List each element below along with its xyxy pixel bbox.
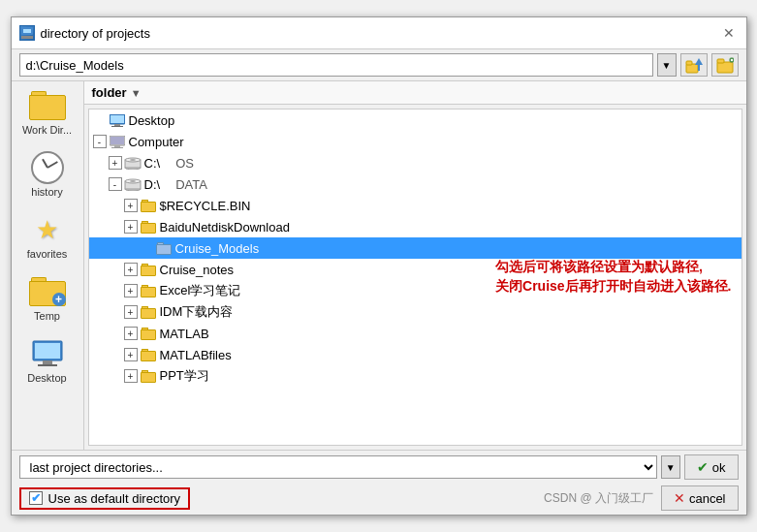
c-drive-icon	[124, 155, 142, 171]
sidebar-item-history-label: history	[31, 186, 62, 198]
tree-item-excel[interactable]: + Excel学习笔记	[89, 280, 741, 301]
path-input[interactable]	[19, 53, 653, 77]
use-as-default-area: ✔ Use as default directory	[19, 487, 191, 510]
temp-icon: +	[28, 275, 67, 308]
d-drive-icon	[124, 176, 142, 192]
cancel-icon: ✕	[674, 490, 685, 506]
tree-expand-baidu[interactable]: +	[124, 220, 138, 234]
cancel-label: cancel	[689, 491, 726, 506]
svg-point-31	[130, 180, 136, 182]
desktop-tree-icon	[109, 112, 126, 128]
bottom-row1: last project directories... ▼ ✔ ok	[19, 454, 739, 480]
tree-expand-matlabfiles[interactable]: +	[124, 348, 138, 361]
tree-expand-ppt[interactable]: +	[124, 369, 138, 383]
folder-header-label: folder	[92, 85, 127, 100]
tree-expand-recycle[interactable]: +	[124, 199, 138, 212]
computer-tree-icon	[109, 134, 126, 149]
tree-expand-c[interactable]: +	[109, 156, 122, 170]
favorites-icon: ★	[28, 213, 67, 246]
tree-expand-matlab[interactable]: +	[124, 327, 138, 340]
tree-item-cruise-notes[interactable]: + Cruise_notes	[89, 259, 741, 280]
ok-label: ok	[712, 460, 726, 475]
tree-item-d-sublabel: DATA	[175, 177, 207, 192]
excel-folder-icon	[140, 283, 157, 298]
tree-item-computer[interactable]: - Computer	[89, 131, 741, 152]
sidebar-item-temp-label: Temp	[34, 310, 60, 322]
nav-up-button[interactable]	[680, 53, 708, 77]
tree-item-d-label: D:\	[144, 177, 161, 192]
history-icon	[28, 151, 67, 184]
checkbox-checkmark: ✔	[31, 491, 41, 505]
cruise-notes-folder-icon	[140, 262, 157, 277]
title-bar: directory of projects ✕	[12, 17, 746, 49]
tree-item-matlab-label: MATLAB	[160, 327, 209, 341]
workdir-icon	[28, 89, 67, 122]
tree-expand-cruise-notes[interactable]: +	[124, 263, 138, 276]
svg-rect-1	[21, 36, 33, 39]
path-dropdown-button[interactable]: ▼	[657, 53, 677, 77]
svg-rect-2	[23, 29, 31, 33]
project-dir-dropdown-button[interactable]: ▼	[661, 455, 680, 479]
tree-item-excel-label: Excel学习笔记	[160, 282, 241, 299]
tree-expand-computer[interactable]: -	[93, 135, 107, 148]
tree-item-c-drive[interactable]: + C:\ OS	[89, 152, 741, 173]
matlab-folder-icon	[140, 326, 157, 341]
svg-rect-22	[114, 145, 120, 147]
svg-rect-15	[38, 364, 57, 366]
left-panel: Work Dir... history ★ favorites	[12, 81, 84, 450]
sidebar-item-temp[interactable]: + Temp	[16, 275, 79, 322]
svg-rect-6	[698, 65, 700, 71]
nav-folder-button[interactable]	[711, 53, 739, 77]
tree-item-cruise-models-label: Cruise_Models	[175, 241, 260, 256]
dialog-title: directory of projects	[41, 26, 713, 41]
watermark-text: CSDN @ 入门级工厂	[544, 490, 653, 507]
idm-folder-icon	[140, 304, 157, 320]
cancel-button[interactable]: ✕ cancel	[661, 485, 739, 511]
baidu-folder-icon	[140, 219, 157, 235]
ppt-folder-icon	[140, 368, 157, 384]
sidebar-item-workdir[interactable]: Work Dir...	[16, 89, 79, 136]
tree-item-idm-label: IDM下载内容	[160, 303, 234, 321]
tree-item-matlab[interactable]: + MATLAB	[89, 323, 741, 344]
tree-item-cruise-models[interactable]: Cruise_Models	[89, 237, 741, 259]
svg-rect-8	[717, 59, 724, 63]
bottom-section: last project directories... ▼ ✔ ok ✔ Use…	[12, 450, 746, 515]
sidebar-item-workdir-label: Work Dir...	[22, 124, 72, 136]
tree-expand-d[interactable]: -	[109, 177, 122, 191]
tree-item-ppt[interactable]: + PPT学习	[89, 365, 741, 387]
sidebar-item-favorites[interactable]: ★ favorites	[16, 213, 79, 260]
tree-item-baidu[interactable]: + BaiduNetdiskDownload	[89, 216, 741, 237]
tree-item-desktop[interactable]: Desktop	[89, 110, 741, 131]
ok-button[interactable]: ✔ ok	[684, 454, 739, 480]
tree-item-baidu-label: BaiduNetdiskDownload	[160, 220, 290, 235]
tree-item-c-sublabel: OS	[175, 156, 194, 171]
desktop-icon	[28, 337, 67, 370]
bottom-row2: ✔ Use as default directory CSDN @ 入门级工厂 …	[19, 485, 739, 511]
sidebar-item-favorites-label: favorites	[27, 248, 68, 260]
tree-item-d-drive[interactable]: - D:\ DATA	[89, 173, 741, 195]
svg-point-27	[130, 159, 136, 161]
sidebar-item-desktop[interactable]: Desktop	[16, 337, 79, 384]
recycle-folder-icon	[140, 198, 157, 213]
tree-container[interactable]: Desktop - Computer	[88, 109, 742, 446]
tree-item-computer-label: Computer	[129, 135, 184, 149]
tree-item-desktop-label: Desktop	[129, 113, 175, 128]
cruise-models-folder-icon	[155, 240, 173, 256]
tree-expand-excel[interactable]: +	[124, 284, 138, 297]
project-directories-dropdown[interactable]: last project directories...	[19, 455, 657, 479]
close-button[interactable]: ✕	[719, 23, 739, 43]
use-as-default-checkbox[interactable]: ✔	[29, 491, 43, 505]
svg-rect-14	[43, 360, 52, 364]
cancel-area: CSDN @ 入门级工厂 ✕ cancel	[544, 485, 738, 511]
dialog-window: directory of projects ✕ ▼	[11, 16, 747, 516]
tree-item-c-label: C:\	[144, 156, 161, 171]
tree-item-recycle[interactable]: + $RECYCLE.BIN	[89, 195, 741, 216]
ok-icon: ✔	[697, 459, 709, 475]
tree-item-matlabfiles[interactable]: + MATLABfiles	[89, 344, 741, 365]
folder-header-dropdown[interactable]: ▼	[131, 87, 142, 99]
sidebar-item-history[interactable]: history	[16, 151, 79, 198]
tree-item-idm[interactable]: + IDM下载内容	[89, 301, 741, 323]
folder-header: folder ▼	[84, 81, 746, 105]
tree-item-matlabfiles-label: MATLABfiles	[160, 348, 232, 362]
tree-expand-idm[interactable]: +	[124, 305, 138, 319]
